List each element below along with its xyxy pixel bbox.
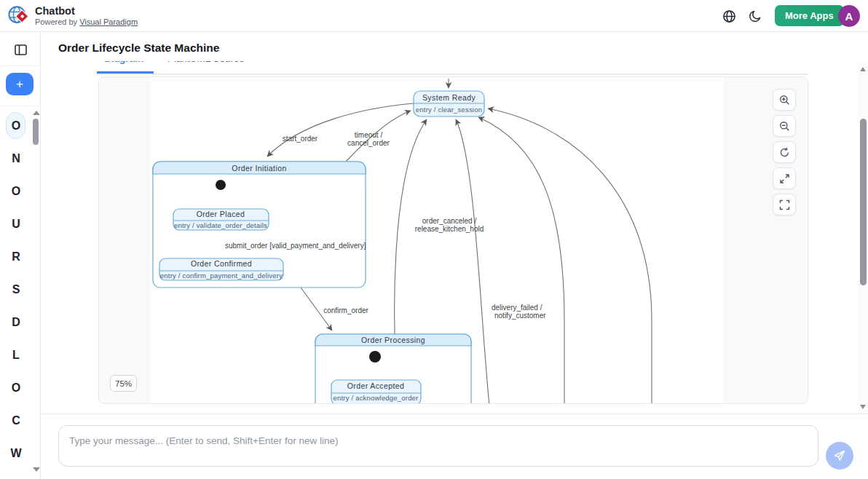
user-avatar[interactable]: A [838, 5, 860, 27]
tab-plantuml-source[interactable]: PlantUML Source [167, 61, 244, 64]
conversation-item[interactable]: R [0, 243, 32, 270]
label-order-canceled: order_canceled / [422, 217, 477, 225]
state-order-placed: Order Placed entry / validate_order_deta… [173, 209, 269, 230]
powered-by: Powered by Visual Paradigm [35, 17, 138, 26]
svg-text:Order Accepted: Order Accepted [347, 381, 405, 390]
conversation-item[interactable]: O [0, 112, 32, 139]
scrollbar-thumb[interactable] [860, 119, 867, 285]
svg-text:entry / clear_session: entry / clear_session [416, 106, 482, 114]
sidebar-divider [0, 106, 40, 106]
zoom-in-button[interactable] [773, 89, 796, 111]
label-start-order: start_order [283, 135, 318, 143]
moon-icon [749, 9, 762, 23]
label-timeout: timeout / [355, 131, 383, 139]
svg-text:entry / acknowledge_order: entry / acknowledge_order [334, 394, 419, 402]
conversation-list: O N O U R S D L O C W [0, 112, 32, 472]
transition-return-4 [488, 108, 652, 404]
sidebar-toggle-button[interactable] [10, 40, 31, 59]
app-title: Chatbot [35, 5, 75, 17]
reset-view-button[interactable] [773, 141, 796, 163]
language-globe-button[interactable] [721, 8, 737, 24]
scroll-down-arrow[interactable] [860, 405, 866, 409]
visual-paradigm-link[interactable]: Visual Paradigm [79, 17, 138, 26]
conversation-item[interactable]: O [0, 178, 32, 205]
sidebar-divider [0, 66, 40, 66]
dark-mode-button[interactable] [748, 8, 764, 24]
label-delivery-failed: delivery_failed / [492, 304, 542, 312]
label-cancel-order: cancel_order [347, 139, 390, 147]
chat-scrollbar [858, 61, 868, 413]
app-window: Chatbot Powered by Visual Paradigm More … [0, 0, 868, 479]
svg-text:entry / confirm_payment_and_de: entry / confirm_payment_and_delivery [160, 272, 283, 280]
message-composer [41, 413, 868, 479]
more-apps-button[interactable]: More Apps [775, 5, 844, 26]
sidebar-scroll-down-arrow[interactable] [33, 467, 40, 472]
diagram-canvas[interactable]: Order Initiation Order Placed entry / va… [151, 77, 723, 404]
svg-text:System Ready: System Ready [422, 93, 476, 102]
svg-text:Order Initiation: Order Initiation [232, 164, 286, 173]
active-tab-indicator [97, 71, 154, 74]
svg-text:Order Placed: Order Placed [197, 210, 245, 218]
svg-text:entry / validate_order_details: entry / validate_order_details [174, 221, 267, 229]
conversation-item[interactable]: W [0, 440, 32, 467]
sidebar-scroll-up-arrow[interactable] [33, 111, 40, 115]
state-system-ready: System Ready entry / clear_session [414, 91, 484, 116]
zoom-out-button[interactable] [773, 115, 796, 137]
new-chat-button[interactable]: + [6, 73, 33, 95]
state-order-confirmed: Order Confirmed entry / confirm_payment_… [159, 258, 283, 280]
conversation-item[interactable]: N [0, 145, 32, 172]
panel-toggle-icon [15, 44, 27, 55]
conversation-item[interactable]: D [0, 309, 32, 336]
label-notify-customer: notify_customer [494, 312, 546, 320]
page-title: Order Lifecycle State Machine [58, 41, 219, 55]
label-release-kitchen-hold: release_kitchen_hold [415, 225, 484, 233]
label-confirm-order: confirm_order [323, 306, 368, 314]
message-input[interactable] [58, 425, 818, 467]
svg-text:Order Confirmed: Order Confirmed [191, 259, 252, 268]
scroll-up-arrow[interactable] [860, 67, 866, 71]
svg-text:Order Processing: Order Processing [361, 336, 425, 344]
state-order-accepted: Order Accepted entry / acknowledge_order [331, 380, 421, 404]
diagram-toolbar [773, 89, 796, 215]
initial-state-dot [216, 180, 226, 190]
fullscreen-button[interactable] [773, 194, 796, 215]
visual-paradigm-logo [7, 4, 31, 28]
top-header: Chatbot Powered by Visual Paradigm More … [0, 0, 868, 32]
zoom-out-icon [779, 121, 790, 132]
zoom-level-badge: 75% [110, 375, 137, 392]
conversation-item[interactable]: C [0, 407, 32, 434]
fit-to-screen-button[interactable] [773, 167, 796, 189]
reset-icon [779, 147, 790, 158]
label-submit-order: submit_order [valid_payment_and_delivery… [225, 242, 366, 250]
view-tabbar: Diagram PlantUML Source [97, 61, 808, 75]
conversation-sidebar: + O N O U R S D L O C W [0, 32, 41, 479]
sidebar-scrollbar-thumb[interactable] [33, 119, 39, 145]
transition-start-order [267, 103, 414, 157]
send-plane-icon [833, 449, 846, 462]
fullscreen-icon [779, 199, 790, 210]
state-machine-diagram: Order Initiation Order Placed entry / va… [151, 77, 723, 404]
conversation-item[interactable]: S [0, 276, 32, 303]
expand-icon [779, 173, 790, 184]
conversation-item[interactable]: U [0, 210, 32, 237]
initial-state-dot [369, 351, 381, 363]
zoom-in-icon [779, 95, 790, 106]
conversation-item[interactable]: L [0, 341, 32, 368]
diagram-panel: Order Initiation Order Placed entry / va… [98, 76, 808, 404]
transition-return-3 [478, 117, 564, 404]
tab-diagram[interactable]: Diagram [104, 61, 143, 64]
globe-icon [722, 9, 736, 23]
send-button[interactable] [826, 442, 853, 470]
conversation-item[interactable]: O [0, 374, 32, 401]
